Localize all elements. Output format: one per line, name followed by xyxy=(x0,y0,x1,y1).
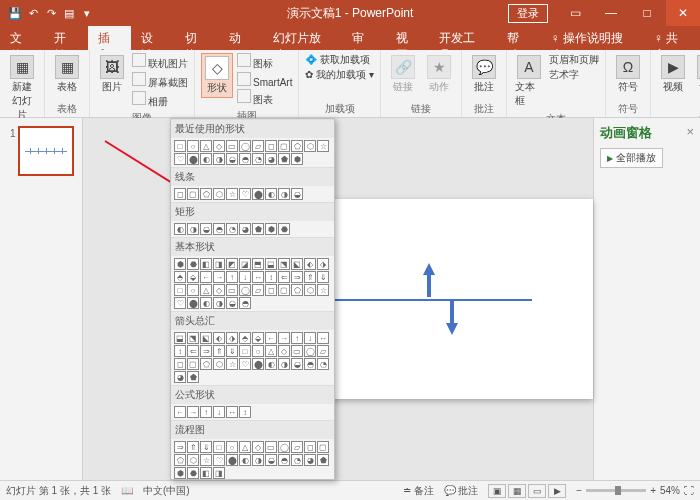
qat-more-icon[interactable]: ▾ xyxy=(80,6,94,20)
shapes-button[interactable]: ◇形状 xyxy=(201,53,233,98)
shape-option[interactable]: ♡ xyxy=(239,188,251,200)
shape-option[interactable]: ⬤ xyxy=(187,153,199,165)
tab-design[interactable]: 设计 xyxy=(131,26,175,50)
tab-help[interactable]: 帮助 xyxy=(497,26,541,50)
symbol-button[interactable]: Ω符号 xyxy=(612,53,644,96)
shape-option[interactable]: ⬒ xyxy=(252,258,264,270)
shape-option[interactable]: ⬕ xyxy=(200,332,212,344)
shape-option[interactable]: ◐ xyxy=(265,358,277,370)
shape-option[interactable]: ▱ xyxy=(252,140,264,152)
notes-toggle[interactable]: ≐ 备注 xyxy=(403,484,434,498)
link-button[interactable]: 🔗链接 xyxy=(387,53,419,96)
zoom-slider[interactable] xyxy=(586,489,646,492)
shape-option[interactable]: ⬣ xyxy=(187,258,199,270)
shape-option[interactable]: ◓ xyxy=(304,358,316,370)
down-arrow-shape[interactable] xyxy=(450,301,454,325)
shape-option[interactable]: ☆ xyxy=(317,284,329,296)
shape-option[interactable]: ⇓ xyxy=(317,271,329,283)
shape-option[interactable]: ⬡ xyxy=(213,188,225,200)
header-footer[interactable]: 页眉和页脚 xyxy=(549,53,599,67)
shape-option[interactable]: ○ xyxy=(252,345,264,357)
shape-option[interactable]: ⬢ xyxy=(174,258,186,270)
shape-option[interactable]: □ xyxy=(213,441,225,453)
shape-option[interactable]: ↓ xyxy=(304,332,316,344)
shape-option[interactable]: ☆ xyxy=(200,454,212,466)
shape-option[interactable]: ▱ xyxy=(252,284,264,296)
shape-option[interactable]: ▢ xyxy=(278,284,290,296)
tab-review[interactable]: 审阅 xyxy=(342,26,386,50)
shape-option[interactable]: ↑ xyxy=(200,406,212,418)
reading-view-icon[interactable]: ▭ xyxy=(528,484,546,498)
shape-option[interactable]: ◔ xyxy=(252,153,264,165)
shape-option[interactable]: ⬙ xyxy=(187,271,199,283)
shape-option[interactable]: ← xyxy=(200,271,212,283)
tab-home[interactable]: 开始 xyxy=(44,26,88,50)
tab-devtools[interactable]: 开发工具 xyxy=(429,26,497,50)
shape-option[interactable]: ◨ xyxy=(213,258,225,270)
shape-option[interactable]: ⬢ xyxy=(265,223,277,235)
shape-option[interactable]: ◑ xyxy=(213,297,225,309)
zoom-value[interactable]: 54% xyxy=(660,485,680,496)
shape-option[interactable]: ↓ xyxy=(239,271,251,283)
shape-option[interactable]: ◻ xyxy=(174,188,186,200)
shape-option[interactable]: ⬟ xyxy=(187,371,199,383)
start-icon[interactable]: ▤ xyxy=(62,6,76,20)
zoom-control[interactable]: − + 54% ⛶ xyxy=(576,485,694,496)
shape-option[interactable]: ◓ xyxy=(213,223,225,235)
normal-view-icon[interactable]: ▣ xyxy=(488,484,506,498)
save-icon[interactable]: 💾 xyxy=(8,6,22,20)
shape-option[interactable]: △ xyxy=(200,140,212,152)
shape-option[interactable]: ◒ xyxy=(226,297,238,309)
tab-view[interactable]: 视图 xyxy=(386,26,430,50)
icons[interactable]: 图标 xyxy=(237,53,292,71)
shape-option[interactable]: ○ xyxy=(187,140,199,152)
shape-option[interactable]: ◔ xyxy=(226,223,238,235)
shape-option[interactable]: ◓ xyxy=(239,297,251,309)
shape-option[interactable]: ⬡ xyxy=(187,454,199,466)
shape-option[interactable]: ⇑ xyxy=(304,271,316,283)
shape-option[interactable]: ⬤ xyxy=(252,358,264,370)
maximize-button[interactable]: □ xyxy=(630,0,664,26)
comments-toggle[interactable]: 💬 批注 xyxy=(444,484,479,498)
shape-option[interactable]: ◐ xyxy=(200,153,212,165)
shape-option[interactable]: ↑ xyxy=(226,271,238,283)
shape-option[interactable]: ◑ xyxy=(213,153,225,165)
shape-option[interactable]: ⬘ xyxy=(174,271,186,283)
shape-option[interactable]: ⬘ xyxy=(239,332,251,344)
slide-canvas[interactable] xyxy=(83,118,593,480)
shape-option[interactable]: ◒ xyxy=(265,454,277,466)
shape-option[interactable]: ◻ xyxy=(265,140,277,152)
table-button[interactable]: ▦表格 xyxy=(51,53,83,96)
shape-option[interactable]: ⬢ xyxy=(174,467,186,479)
my-addins[interactable]: ✿ 我的加载项 ▾ xyxy=(305,68,374,82)
textbox-button[interactable]: A文本框 xyxy=(513,53,545,110)
shape-option[interactable]: ☆ xyxy=(226,358,238,370)
shape-option[interactable]: □ xyxy=(174,284,186,296)
shape-option[interactable]: ○ xyxy=(187,284,199,296)
shape-option[interactable]: ⬠ xyxy=(200,188,212,200)
shapes-dropdown[interactable]: 最近使用的形状 □○△◇▭◯▱◻▢⬠⬡☆♡⬤◐◑◒◓◔◕⬟⬢ 线条 ◻▢⬠⬡☆♡… xyxy=(170,118,335,480)
shape-option[interactable]: ⬢ xyxy=(291,153,303,165)
shape-option[interactable]: ↕ xyxy=(239,406,251,418)
get-addins[interactable]: 💠 获取加载项 xyxy=(305,53,374,67)
shape-option[interactable]: ▭ xyxy=(226,284,238,296)
shape-option[interactable]: ◔ xyxy=(291,454,303,466)
shape-option[interactable]: △ xyxy=(265,345,277,357)
shape-option[interactable]: ◇ xyxy=(213,140,225,152)
shape-option[interactable]: ⬤ xyxy=(252,188,264,200)
shape-option[interactable]: ◒ xyxy=(226,153,238,165)
wordart[interactable]: 艺术字 xyxy=(549,68,599,82)
shape-option[interactable]: ⬗ xyxy=(317,258,329,270)
shape-option[interactable]: ◨ xyxy=(213,467,225,479)
shape-option[interactable]: ◓ xyxy=(239,153,251,165)
tab-transition[interactable]: 切换 xyxy=(175,26,219,50)
shape-option[interactable]: ♡ xyxy=(239,358,251,370)
audio-button[interactable]: 🔊音频 xyxy=(693,53,700,96)
shape-option[interactable]: ◻ xyxy=(265,284,277,296)
shape-option[interactable]: ◐ xyxy=(200,297,212,309)
shape-option[interactable]: ↔ xyxy=(226,406,238,418)
shape-option[interactable]: ◇ xyxy=(213,284,225,296)
shape-option[interactable]: ▭ xyxy=(265,441,277,453)
pictures-button[interactable]: 🖼图片 xyxy=(96,53,128,96)
shape-option[interactable]: ◯ xyxy=(278,441,290,453)
